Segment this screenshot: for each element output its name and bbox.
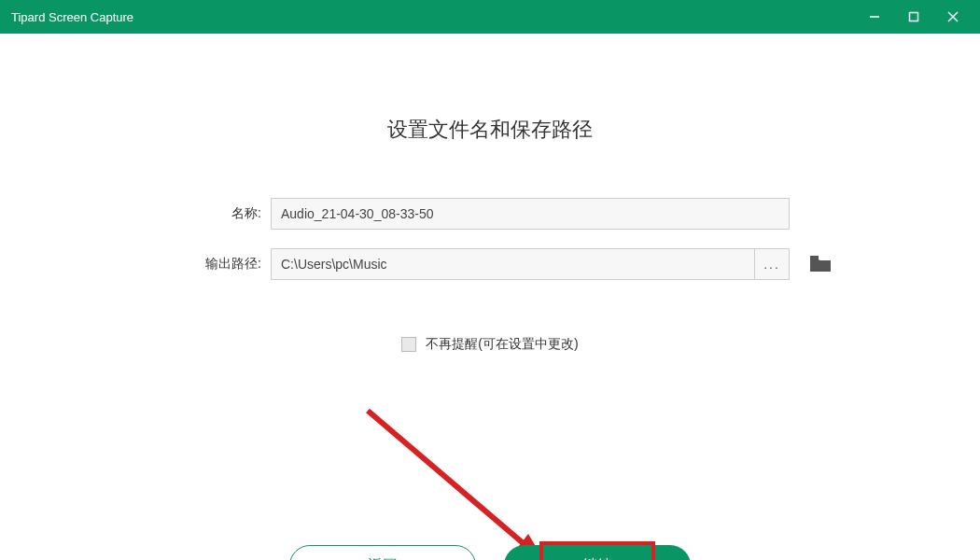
open-folder-button[interactable] (806, 253, 834, 275)
browse-more-button[interactable]: ... (754, 248, 790, 280)
output-path-row: 输出路径: ... (37, 248, 943, 280)
dialog-heading: 设置文件名和保存路径 (37, 116, 943, 144)
svg-line-5 (368, 411, 526, 546)
titlebar: Tipard Screen Capture (0, 0, 980, 34)
svg-rect-1 (910, 13, 918, 21)
dialog-buttons: 返回 继续 (0, 545, 980, 560)
svg-rect-4 (810, 256, 819, 259)
output-path-input[interactable] (271, 248, 754, 280)
close-button[interactable] (933, 0, 973, 34)
form: 名称: 输出路径: ... (37, 198, 943, 280)
close-icon (946, 10, 959, 23)
window-title: Tipard Screen Capture (11, 10, 855, 24)
minimize-icon (869, 11, 880, 22)
minimize-button[interactable] (855, 0, 894, 34)
name-input[interactable] (271, 198, 790, 230)
dont-remind-row: 不再提醒(可在设置中更改) (37, 336, 943, 353)
annotation-arrow-icon (358, 401, 564, 560)
maximize-icon (908, 11, 919, 22)
window-controls (855, 0, 973, 34)
maximize-button[interactable] (894, 0, 933, 34)
dont-remind-label: 不再提醒(可在设置中更改) (426, 336, 578, 353)
continue-button[interactable]: 继续 (504, 545, 691, 560)
dont-remind-checkbox[interactable] (401, 337, 416, 352)
name-label: 名称: (37, 205, 271, 222)
dialog-content: 设置文件名和保存路径 名称: 输出路径: ... 不再提醒(可在设置中更改) 返… (0, 116, 980, 560)
output-path-label: 输出路径: (37, 256, 271, 273)
name-row: 名称: (37, 198, 943, 230)
folder-icon (809, 255, 832, 273)
back-button[interactable]: 返回 (289, 545, 476, 560)
continue-button-label: 继续 (582, 556, 612, 561)
